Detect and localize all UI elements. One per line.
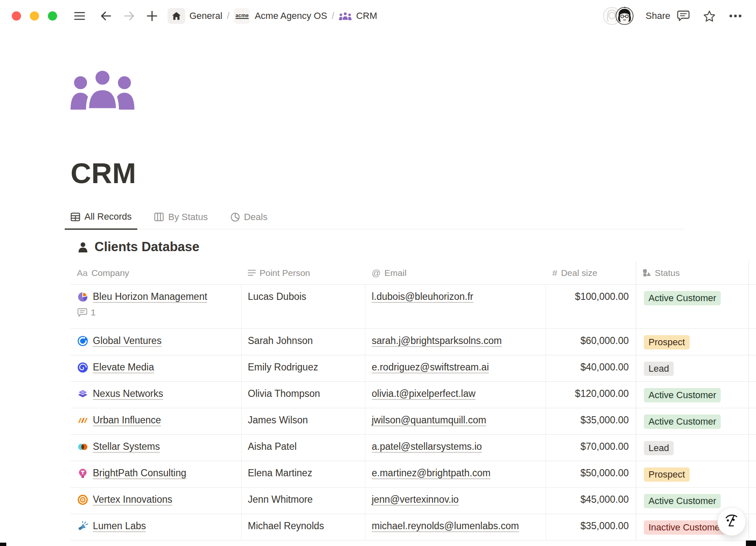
company-page-link[interactable]: Nexus Networks bbox=[93, 388, 163, 399]
company-cell[interactable]: Vertex Innovations bbox=[71, 488, 242, 514]
table-row[interactable]: Global VenturesSarah Johnsonsarah.j@brig… bbox=[71, 329, 756, 355]
column-header-status[interactable]: Status bbox=[636, 261, 749, 284]
column-header-email[interactable]: @ Email bbox=[365, 261, 546, 284]
breadcrumb-root[interactable]: General bbox=[189, 10, 222, 21]
comments-icon[interactable] bbox=[677, 10, 690, 22]
minimize-window-button[interactable] bbox=[30, 11, 39, 21]
table-row[interactable]: Nexus NetworksOlivia Thompsonolivia.t@pi… bbox=[71, 382, 756, 408]
company-cell[interactable]: Urban Influence bbox=[71, 408, 242, 434]
point-person-cell[interactable]: Michael Reynolds bbox=[242, 514, 365, 540]
company-cell[interactable]: Bleu Horizon Management1 bbox=[71, 285, 242, 328]
breadcrumb-page[interactable]: CRM bbox=[356, 10, 377, 21]
more-options-icon[interactable] bbox=[729, 14, 742, 18]
email-link[interactable]: e.martinez@brightpath.com bbox=[372, 467, 491, 478]
workspace-badge-icon[interactable]: acme bbox=[234, 8, 250, 24]
status-badge[interactable]: Lead bbox=[644, 441, 674, 455]
point-person-cell[interactable]: Sarah Johnson bbox=[242, 329, 365, 355]
company-page-link[interactable]: Global Ventures bbox=[93, 335, 162, 346]
page-icon-people[interactable] bbox=[71, 70, 134, 110]
status-cell[interactable]: Prospect bbox=[636, 329, 749, 355]
column-header-company[interactable]: Aa Company bbox=[71, 261, 242, 284]
column-header-deal-size[interactable]: # Deal size bbox=[546, 261, 636, 284]
deal-size-cell[interactable]: $100,000.00 bbox=[546, 285, 636, 328]
home-button[interactable] bbox=[168, 8, 185, 24]
table-row[interactable]: Bleu Horizon Management1Lucas Duboisl.du… bbox=[71, 285, 756, 329]
deal-size-cell[interactable]: $45,000.00 bbox=[546, 488, 636, 514]
company-page-link[interactable]: Lumen Labs bbox=[93, 520, 146, 532]
email-link[interactable]: olivia.t@pixelperfect.law bbox=[372, 388, 475, 399]
status-cell[interactable]: Active Customer bbox=[636, 285, 749, 328]
email-link[interactable]: michael.reynolds@lumenlabs.com bbox=[372, 520, 519, 531]
deal-size-cell[interactable]: $40,000.00 bbox=[546, 355, 636, 381]
email-link[interactable]: jwilson@quantumquill.com bbox=[372, 415, 486, 425]
status-cell[interactable]: Lead bbox=[636, 355, 749, 381]
company-page-link[interactable]: BrightPath Consulting bbox=[93, 467, 186, 479]
status-cell[interactable]: Prospect bbox=[636, 461, 749, 487]
status-badge[interactable]: Active Customer bbox=[644, 415, 721, 429]
table-row[interactable]: Vertex InnovationsJenn Whitmorejenn@vert… bbox=[71, 488, 756, 514]
company-cell[interactable]: Global Ventures bbox=[71, 329, 242, 355]
favorite-star-icon[interactable] bbox=[703, 10, 716, 22]
point-person-cell[interactable]: Jenn Whitmore bbox=[242, 488, 365, 514]
tab-by-status[interactable]: By Status bbox=[148, 209, 213, 229]
point-person-cell[interactable]: Emily Rodriguez bbox=[242, 355, 365, 381]
zoom-window-button[interactable] bbox=[48, 11, 57, 21]
comment-count-badge[interactable]: 1 bbox=[77, 307, 241, 318]
table-row[interactable]: BrightPath ConsultingElena Martineze.mar… bbox=[71, 461, 756, 488]
new-page-icon[interactable] bbox=[147, 10, 158, 21]
status-badge[interactable]: Lead bbox=[644, 362, 674, 376]
deal-size-cell[interactable]: $70,000.00 bbox=[546, 435, 636, 461]
back-icon[interactable] bbox=[100, 11, 111, 21]
breadcrumb-workspace[interactable]: Acme Agency OS bbox=[255, 10, 327, 21]
point-person-cell[interactable]: Aisha Patel bbox=[242, 435, 365, 461]
tab-deals[interactable]: Deals bbox=[225, 209, 273, 229]
status-cell[interactable]: Active Customer bbox=[636, 408, 749, 434]
deal-size-cell[interactable]: $35,000.00 bbox=[546, 514, 636, 540]
status-badge[interactable]: Active Customer bbox=[644, 388, 721, 402]
status-badge[interactable]: Inactive Customer bbox=[644, 520, 727, 535]
status-cell[interactable]: Active Customer bbox=[636, 382, 749, 408]
deal-size-cell[interactable]: $60,000.00 bbox=[546, 329, 636, 355]
email-link[interactable]: sarah.j@brightsparksolns.com bbox=[372, 335, 502, 346]
company-page-link[interactable]: Elevate Media bbox=[93, 362, 154, 373]
table-row[interactable]: Lumen LabsMichael Reynoldsmichael.reynol… bbox=[71, 514, 756, 541]
status-badge[interactable]: Active Customer bbox=[644, 494, 721, 508]
status-cell[interactable]: Lead bbox=[636, 435, 749, 461]
tab-all-records[interactable]: All Records bbox=[65, 209, 137, 230]
table-row[interactable]: Elevate MediaEmily Rodrigueze.rodriguez@… bbox=[71, 355, 756, 382]
share-button[interactable]: Share bbox=[646, 10, 670, 21]
status-badge[interactable]: Prospect bbox=[644, 467, 690, 482]
email-link[interactable]: l.dubois@bleuhorizon.fr bbox=[372, 291, 473, 302]
status-badge[interactable]: Active Customer bbox=[644, 291, 721, 305]
email-cell[interactable]: olivia.t@pixelperfect.law bbox=[365, 382, 546, 408]
company-cell[interactable]: Nexus Networks bbox=[71, 382, 242, 408]
company-cell[interactable]: Lumen Labs bbox=[71, 514, 242, 540]
point-person-cell[interactable]: James Wilson bbox=[242, 408, 365, 434]
table-row[interactable]: Urban InfluenceJames Wilsonjwilson@quant… bbox=[71, 408, 756, 435]
point-person-cell[interactable]: Elena Martinez bbox=[242, 461, 365, 487]
company-page-link[interactable]: Urban Influence bbox=[93, 415, 161, 426]
email-cell[interactable]: a.patel@stellarsystems.io bbox=[365, 435, 546, 461]
email-link[interactable]: jenn@vertexinnov.io bbox=[372, 494, 459, 505]
email-cell[interactable]: jenn@vertexinnov.io bbox=[365, 488, 546, 514]
deal-size-cell[interactable]: $50,000.00 bbox=[546, 461, 636, 487]
company-page-link[interactable]: Bleu Horizon Management bbox=[93, 291, 207, 302]
email-cell[interactable]: michael.reynolds@lumenlabs.com bbox=[365, 514, 546, 540]
status-badge[interactable]: Prospect bbox=[644, 335, 690, 349]
collaborator-avatars[interactable] bbox=[603, 7, 634, 25]
point-person-cell[interactable]: Lucas Dubois bbox=[242, 285, 365, 328]
email-link[interactable]: a.patel@stellarsystems.io bbox=[372, 441, 482, 452]
email-cell[interactable]: jwilson@quantumquill.com bbox=[365, 408, 546, 434]
deal-size-cell[interactable]: $120,000.00 bbox=[546, 382, 636, 408]
email-cell[interactable]: e.martinez@brightpath.com bbox=[365, 461, 546, 487]
email-link[interactable]: e.rodriguez@swiftstream.ai bbox=[372, 362, 489, 373]
sidebar-toggle-icon[interactable] bbox=[74, 11, 85, 21]
forward-icon[interactable] bbox=[124, 11, 135, 21]
email-cell[interactable]: sarah.j@brightsparksolns.com bbox=[365, 329, 546, 355]
email-cell[interactable]: l.dubois@bleuhorizon.fr bbox=[365, 285, 546, 328]
company-page-link[interactable]: Stellar Systems bbox=[93, 441, 160, 452]
company-cell[interactable]: BrightPath Consulting bbox=[71, 461, 242, 487]
deal-size-cell[interactable]: $35,000.00 bbox=[546, 408, 636, 434]
close-window-button[interactable] bbox=[12, 11, 21, 21]
column-header-point-person[interactable]: Point Person bbox=[242, 261, 365, 284]
